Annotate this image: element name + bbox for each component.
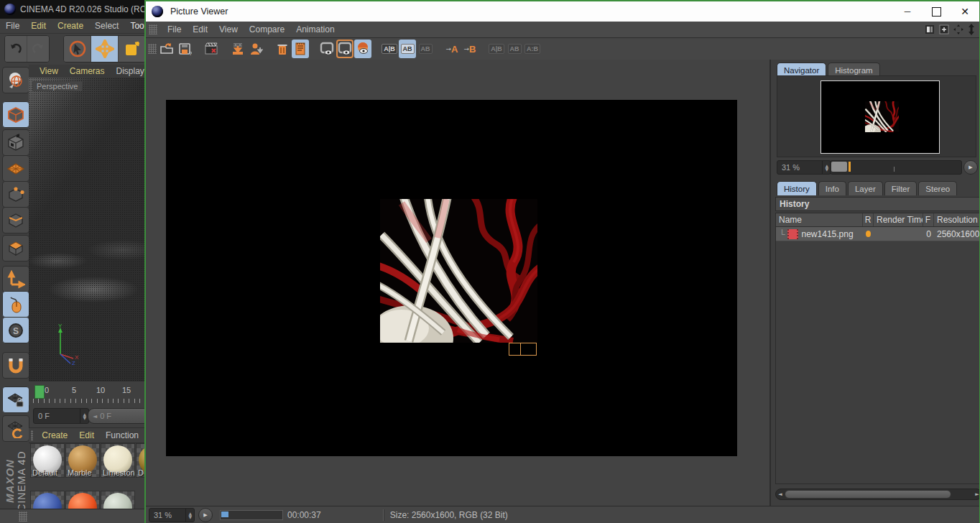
rendered-image[interactable] [166, 100, 737, 456]
edges-mode-button[interactable] [2, 207, 29, 233]
tab-info[interactable]: Info [818, 181, 846, 195]
material-menu-edit[interactable]: Edit [73, 429, 100, 442]
material-thumb-blue[interactable] [30, 491, 65, 509]
link-ab-button[interactable]: AB [506, 40, 523, 58]
material-thumb-marble[interactable]: Marble [65, 443, 100, 478]
polygons-mode-button[interactable] [2, 235, 29, 262]
lock-workplane-button[interactable] [2, 387, 29, 413]
cache-image-button[interactable] [229, 40, 246, 58]
scale-tool-button[interactable] [119, 36, 144, 62]
resize-vertical-icon[interactable] [968, 24, 975, 35]
pv-menu-edit[interactable]: Edit [187, 23, 213, 36]
tab-layer[interactable]: Layer [848, 181, 883, 195]
c4d-menu-tools[interactable]: Tools [124, 19, 144, 32]
col-name[interactable]: Name [776, 213, 863, 226]
history-horizontal-scrollbar[interactable]: ◄ ► [775, 489, 980, 500]
c4d-menu-edit[interactable]: Edit [25, 19, 52, 32]
quantize-workplane-button[interactable] [2, 415, 29, 442]
tab-histogram[interactable]: Histogram [828, 63, 879, 77]
fullscreen-view-button[interactable] [354, 40, 371, 58]
render-movie-button[interactable] [203, 40, 220, 58]
tab-stereo[interactable]: Stereo [918, 181, 957, 195]
open-image-button[interactable] [158, 40, 175, 58]
scrollbar-thumb[interactable] [785, 490, 951, 499]
model-mode-button[interactable] [2, 101, 29, 128]
history-row-new1415[interactable]: └ new1415.png 0 2560x1600 [776, 227, 980, 241]
minimize-button[interactable]: ─ [893, 1, 922, 22]
points-mode-button[interactable] [2, 181, 29, 208]
save-image-button[interactable]: ? [176, 40, 193, 58]
image-list-button[interactable] [292, 40, 309, 58]
material-thumb-default[interactable]: Default [30, 443, 65, 478]
perspective-viewport[interactable]: Perspective Y X Z [29, 78, 144, 381]
c4d-menu-create[interactable]: Create [52, 19, 89, 32]
material-thumb-orange[interactable] [65, 491, 100, 509]
timeline-current-frame-marker[interactable] [34, 385, 45, 399]
status-zoom-field[interactable]: 31 % ▲▼ [149, 508, 195, 522]
compare-ab-button[interactable]: A|B [381, 40, 398, 58]
zoom-expand-button[interactable]: ▶ [963, 160, 978, 175]
material-thumb-gray[interactable] [101, 491, 135, 509]
show-image-a-button[interactable] [318, 40, 336, 58]
live-selection-button[interactable] [64, 36, 91, 62]
compare-ab-disabled-button[interactable]: AB [417, 40, 434, 58]
texture-mode-button[interactable] [2, 129, 29, 156]
timeline-ruler[interactable]: 0 5 10 15 [29, 381, 144, 405]
tab-navigator[interactable]: Navigator [777, 63, 826, 77]
set-as-b-button[interactable]: →B [461, 40, 479, 58]
redo-button[interactable] [27, 36, 49, 62]
viewport-menu-view[interactable]: View [34, 65, 64, 78]
frame-scrub-slider[interactable]: ◄ 0 F [88, 408, 144, 424]
c4d-title-bar[interactable]: CINEMA 4D R20.026 Studio (RC - [0, 0, 144, 19]
material-thumb-limestone[interactable]: Limestone [101, 443, 135, 478]
current-frame-field[interactable]: 0 F ▲▼ [33, 408, 89, 424]
delete-image-button[interactable] [274, 40, 291, 58]
scroll-left-icon[interactable]: ◄ [776, 491, 785, 497]
navigator-zoom-field[interactable]: 31 % ▲▼ [777, 160, 831, 175]
rank-ab-button[interactable]: A:B [524, 40, 541, 58]
swap-ab-button[interactable]: A|B [488, 40, 505, 58]
material-menu-create[interactable]: Create [36, 429, 73, 442]
material-menu-function[interactable]: Function [100, 429, 144, 442]
pv-canvas[interactable] [146, 60, 769, 506]
move-tool-button[interactable] [91, 36, 119, 62]
set-as-a-button[interactable]: →A [443, 40, 461, 58]
layout-panel-icon[interactable] [925, 24, 935, 34]
snap-button[interactable]: S [2, 317, 29, 343]
zoom-slider-handle[interactable] [849, 162, 851, 172]
col-f[interactable]: F [923, 213, 934, 226]
axis-modification-button[interactable] [2, 266, 29, 292]
pv-menu-view[interactable]: View [213, 23, 244, 36]
c4d-menu-file[interactable]: File [0, 19, 25, 32]
navigator-thumbnail[interactable] [820, 80, 940, 154]
render-to-viewer-button[interactable] [247, 40, 264, 58]
status-play-button[interactable]: ▶ [198, 508, 213, 522]
material-panel-grip[interactable] [31, 430, 33, 440]
tab-filter[interactable]: Filter [884, 181, 917, 195]
col-resolution[interactable]: Resolution [934, 213, 980, 226]
col-r[interactable]: R [863, 213, 874, 226]
c4d-menu-select[interactable]: Select [89, 19, 124, 32]
navigator-zoom-slider[interactable] [830, 160, 962, 175]
viewport-solo-button[interactable] [2, 291, 29, 318]
magnet-button[interactable] [2, 352, 29, 379]
move-panel-icon[interactable] [953, 24, 963, 34]
show-image-b-button[interactable] [336, 40, 353, 58]
add-panel-icon[interactable] [939, 24, 949, 34]
maximize-button[interactable] [922, 1, 951, 22]
status-zoom-stepper[interactable]: ▲▼ [185, 509, 194, 522]
pv-menu-animation[interactable]: Animation [290, 23, 340, 36]
tab-history[interactable]: History [777, 181, 817, 195]
pv-title-bar[interactable]: Picture Viewer ─ ✕ [146, 1, 979, 22]
viewport-menu-display[interactable]: Display [110, 65, 144, 78]
undo-button[interactable] [5, 36, 27, 62]
viewport-menu-cameras[interactable]: Cameras [64, 65, 111, 78]
make-editable-button[interactable] [2, 67, 29, 93]
pv-toolbar-grip[interactable] [148, 44, 157, 54]
compare-ab-visible-button[interactable]: AB [399, 40, 416, 58]
pv-menu-grip[interactable] [149, 24, 157, 34]
col-render-time[interactable]: Render Time [874, 213, 923, 226]
workplane-mode-button[interactable] [2, 155, 29, 182]
pv-menu-compare[interactable]: Compare [244, 23, 290, 36]
pv-menu-file[interactable]: File [162, 23, 187, 36]
